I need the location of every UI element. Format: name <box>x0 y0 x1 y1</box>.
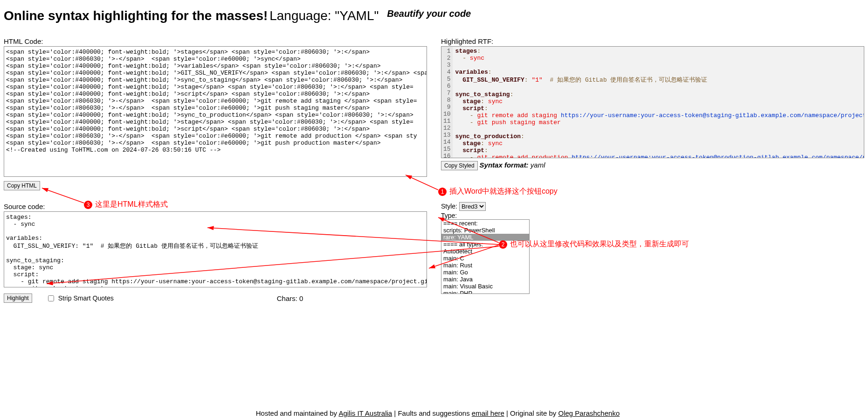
strip-smart-quotes-label[interactable]: Strip Smart Quotes <box>46 294 114 303</box>
strip-smart-quotes-checkbox[interactable] <box>48 295 54 301</box>
rtf-label: Highlighted RTF: <box>441 37 864 45</box>
type-option[interactable]: main: Rust <box>441 262 529 269</box>
footer: Hosted and maintained by Agilis IT Austr… <box>4 409 868 417</box>
type-listbox[interactable]: ==== recent:scripts: PowerShellrare: YAM… <box>441 219 530 294</box>
style-select[interactable]: Bred3 <box>459 202 486 211</box>
copy-styled-button[interactable]: Copy Styled <box>441 161 478 170</box>
beautify-tag: Beautify your code <box>387 8 471 19</box>
chars-counter: Chars: 0 <box>277 294 303 302</box>
type-label: Type: <box>441 212 530 219</box>
page-title-lang: Language: "YAML" <box>269 8 382 23</box>
source-code-textarea[interactable] <box>4 211 427 287</box>
style-label: Style: <box>441 203 457 210</box>
type-option[interactable]: main: PHP <box>441 290 529 294</box>
rtf-code-content: stages: - sync variables: GIT_SSL_NO_VER… <box>453 47 864 158</box>
html-code-textarea[interactable] <box>4 46 427 177</box>
type-option[interactable]: rare: YAML <box>441 234 529 241</box>
rtf-output[interactable]: 1 2 3 4 5 6 7 8 9 10 11 12 13 14 15 16 1… <box>441 46 864 158</box>
type-option[interactable]: ==== all types: <box>441 241 529 248</box>
footer-email-link[interactable]: email here <box>472 409 504 417</box>
page-title-bold: Online syntax highlighting for the masse… <box>4 8 268 23</box>
type-option[interactable]: Autodetect <box>441 248 529 255</box>
copy-html-button[interactable]: Copy HTML <box>4 181 40 190</box>
type-option[interactable]: main: Visual Basic <box>441 283 529 290</box>
highlight-button[interactable]: Highlight <box>4 293 32 303</box>
syntax-format-label: Syntax format: yaml <box>480 161 545 169</box>
type-option[interactable]: main: Go <box>441 269 529 276</box>
source-code-label: Source code: <box>4 203 427 210</box>
type-option[interactable]: scripts: PowerShell <box>441 227 529 234</box>
type-option[interactable]: main: C <box>441 255 529 262</box>
footer-agilis-link[interactable]: Agilis IT Australia <box>338 409 392 417</box>
rtf-line-gutter: 1 2 3 4 5 6 7 8 9 10 11 12 13 14 15 16 1… <box>441 47 453 158</box>
html-code-label: HTML Code: <box>4 37 427 45</box>
type-option[interactable]: main: Java <box>441 276 529 283</box>
style-row: Style: Bred3 <box>441 202 530 211</box>
type-option[interactable]: ==== recent: <box>441 220 529 227</box>
footer-oleg-link[interactable]: Oleg Parashchenko <box>558 409 620 417</box>
page-header: Online syntax highlighting for the masse… <box>4 8 864 23</box>
